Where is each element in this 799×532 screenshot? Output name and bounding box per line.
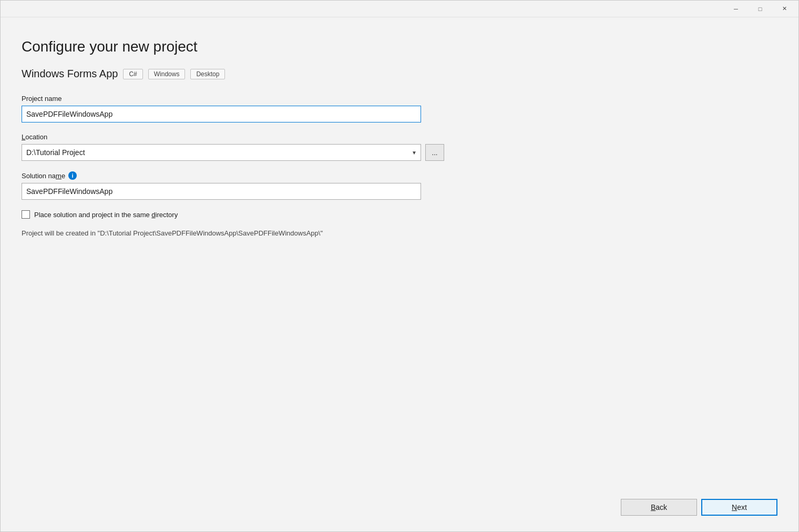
title-bar-buttons: ─ □ ✕ — [724, 1, 796, 17]
project-type-name: Windows Forms App — [22, 68, 118, 80]
project-type-row: Windows Forms App C# Windows Desktop — [22, 68, 777, 80]
location-row: D:\Tutorial Project ▼ ... — [22, 144, 777, 161]
location-label: Location — [22, 133, 777, 141]
solution-name-label-row: Solution name i — [22, 171, 777, 180]
project-name-input[interactable] — [22, 106, 421, 122]
solution-name-group: Solution name i — [22, 171, 777, 200]
browse-button-label: ... — [432, 149, 438, 157]
back-button[interactable]: Back — [621, 499, 697, 516]
solution-name-input[interactable] — [22, 183, 421, 200]
browse-button[interactable]: ... — [425, 144, 444, 161]
maximize-button[interactable]: □ — [748, 1, 772, 17]
directory-underline: d — [151, 211, 155, 219]
location-select-wrapper: D:\Tutorial Project ▼ — [22, 144, 421, 161]
close-icon: ✕ — [782, 5, 787, 12]
window: ─ □ ✕ Configure your new project Windows… — [0, 0, 799, 532]
tag-windows: Windows — [148, 69, 186, 79]
same-directory-row: Place solution and project in the same d… — [22, 210, 777, 219]
footer: Back Next — [621, 490, 777, 516]
location-label-rest: ocation — [25, 133, 47, 141]
project-name-group: Project name — [22, 95, 777, 122]
project-name-label: Project name — [22, 95, 777, 103]
solution-label-underline: m — [56, 172, 62, 180]
same-directory-checkbox[interactable] — [22, 210, 30, 219]
form-section: Project name Location D:\Tutorial Projec… — [22, 95, 777, 517]
tag-desktop: Desktop — [190, 69, 225, 79]
close-button[interactable]: ✕ — [772, 1, 796, 17]
content-area: Configure your new project Windows Forms… — [1, 17, 798, 532]
location-group: Location D:\Tutorial Project ▼ ... — [22, 133, 777, 161]
back-label: Back — [651, 503, 667, 511]
next-label: Next — [732, 503, 747, 511]
same-directory-label[interactable]: Place solution and project in the same d… — [34, 211, 178, 219]
location-select[interactable]: D:\Tutorial Project — [22, 144, 421, 161]
minimize-button[interactable]: ─ — [724, 1, 748, 17]
minimize-icon: ─ — [734, 6, 738, 12]
page-title: Configure your new project — [22, 38, 777, 55]
project-path-info: Project will be created in "D:\Tutorial … — [22, 229, 777, 237]
title-bar: ─ □ ✕ — [1, 1, 798, 17]
maximize-icon: □ — [759, 6, 762, 12]
info-icon[interactable]: i — [68, 171, 77, 180]
next-button[interactable]: Next — [701, 499, 777, 516]
solution-name-label: Solution name — [22, 172, 65, 180]
tag-csharp: C# — [123, 69, 142, 79]
